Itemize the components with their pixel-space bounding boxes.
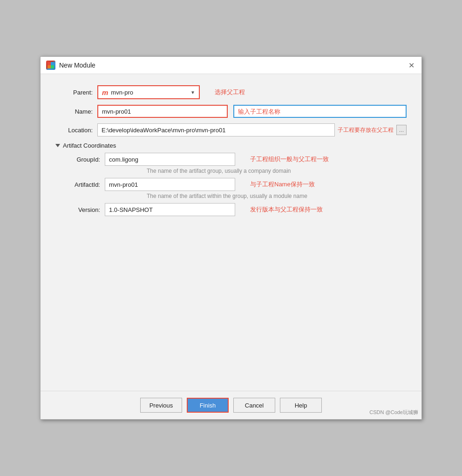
name-hint: 输入子工程名称	[233, 105, 407, 118]
artifact-section-title: Artifact Coordinates	[63, 142, 116, 149]
previous-button[interactable]: Previous	[140, 398, 182, 413]
groupid-description: The name of the artifact group, usually …	[147, 168, 407, 174]
new-module-dialog: New Module ✕ Parent: m mvn-pro ▼ 选择父工程	[40, 56, 422, 420]
parent-hint: 选择父工程	[215, 88, 245, 96]
dialog-title: New Module	[59, 61, 95, 69]
version-row: Version: 发行版本与父工程保持一致	[63, 203, 407, 216]
dropdown-arrow-icon[interactable]: ▼	[190, 90, 195, 95]
collapse-icon[interactable]	[55, 144, 60, 147]
location-input[interactable]	[97, 123, 335, 136]
artifactid-description: The name of the artifact within the grou…	[147, 193, 407, 199]
artifactid-label: ArtifactId:	[63, 181, 105, 188]
dialog-content: Parent: m mvn-pro ▼ 选择父工程 Name: 输入子工程名称	[41, 74, 421, 391]
artifact-section-header: Artifact Coordinates	[55, 142, 407, 149]
maven-icon: m	[102, 88, 108, 96]
version-label: Version:	[63, 206, 105, 213]
dialog-footer: Previous Finish Cancel Help	[41, 391, 421, 419]
svg-rect-3	[51, 65, 54, 68]
name-input-wrap: 输入子工程名称	[97, 105, 407, 118]
groupid-hint: 子工程组织一般与父工程一致	[250, 155, 329, 163]
artifactid-input-wrap: 与子工程Name保持一致	[105, 178, 407, 191]
artifactid-row: ArtifactId: 与子工程Name保持一致	[63, 178, 407, 191]
parent-select[interactable]: m mvn-pro ▼	[97, 85, 200, 99]
name-row: Name: 输入子工程名称	[55, 105, 407, 118]
title-bar: New Module ✕	[41, 57, 421, 74]
version-input[interactable]	[105, 203, 235, 216]
artifact-section: GroupId: 子工程组织一般与父工程一致 The name of the a…	[63, 153, 407, 216]
parent-input-wrap: m mvn-pro ▼ 选择父工程	[97, 85, 407, 99]
svg-rect-1	[51, 62, 54, 65]
cancel-button[interactable]: Cancel	[233, 398, 275, 413]
artifactid-input[interactable]	[105, 178, 235, 191]
groupid-input-wrap: 子工程组织一般与父工程一致	[105, 153, 407, 166]
dialog-icon	[46, 61, 55, 70]
title-bar-left: New Module	[46, 61, 95, 70]
location-label: Location:	[55, 127, 97, 134]
parent-select-value: mvn-pro	[111, 89, 188, 96]
svg-rect-0	[48, 62, 51, 65]
watermark: CSDN @Code玩城狮	[369, 409, 418, 416]
svg-rect-2	[48, 65, 51, 68]
artifactid-hint: 与子工程Name保持一致	[250, 180, 315, 189]
groupid-label: GroupId:	[63, 156, 105, 163]
name-label: Name:	[55, 108, 97, 115]
parent-row: Parent: m mvn-pro ▼ 选择父工程	[55, 85, 407, 99]
location-row: Location: 子工程要存放在父工程 …	[55, 123, 407, 136]
finish-button[interactable]: Finish	[187, 398, 229, 413]
close-button[interactable]: ✕	[407, 61, 416, 70]
help-button[interactable]: Help	[280, 398, 322, 413]
version-input-wrap: 发行版本与父工程保持一致	[105, 203, 407, 216]
groupid-input[interactable]	[105, 153, 235, 166]
parent-label: Parent:	[55, 89, 97, 96]
name-input[interactable]	[97, 105, 228, 118]
browse-button[interactable]: …	[396, 125, 407, 135]
location-hint: 子工程要存放在父工程	[338, 126, 394, 134]
groupid-row: GroupId: 子工程组织一般与父工程一致	[63, 153, 407, 166]
version-hint: 发行版本与父工程保持一致	[250, 205, 323, 214]
location-wrap: 子工程要存放在父工程 …	[97, 123, 407, 136]
